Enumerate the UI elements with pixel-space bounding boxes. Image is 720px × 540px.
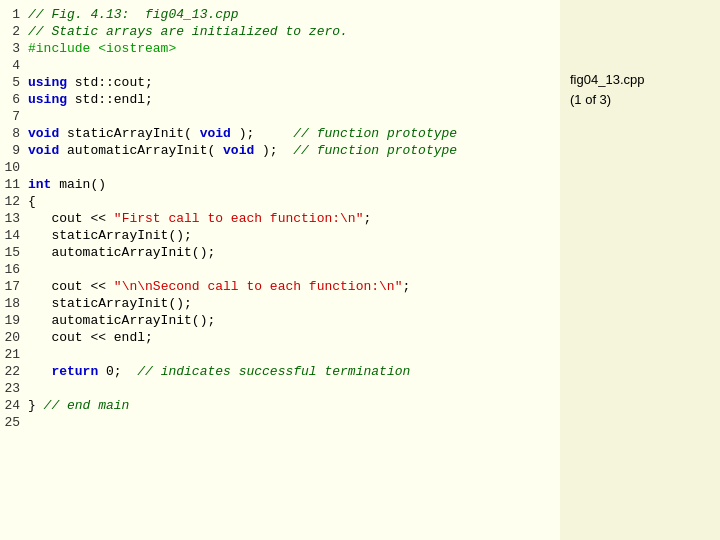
code-line: 7 <box>0 108 560 125</box>
line-number: 10 <box>0 159 28 176</box>
code-line: 12{ <box>0 193 560 210</box>
line-content: cout << endl; <box>28 329 560 346</box>
sidebar: fig04_13.cpp (1 of 3) <box>560 0 720 540</box>
code-line: 21 <box>0 346 560 363</box>
code-line: 18 staticArrayInit(); <box>0 295 560 312</box>
line-number: 13 <box>0 210 28 227</box>
line-number: 5 <box>0 74 28 91</box>
line-number: 21 <box>0 346 28 363</box>
code-line: 4 <box>0 57 560 74</box>
line-content: automaticArrayInit(); <box>28 312 560 329</box>
line-number: 20 <box>0 329 28 346</box>
line-number: 7 <box>0 108 28 125</box>
line-content: // Fig. 4.13: fig04_13.cpp <box>28 6 560 23</box>
line-content: void staticArrayInit( void ); // functio… <box>28 125 560 142</box>
code-line: 20 cout << endl; <box>0 329 560 346</box>
line-number: 24 <box>0 397 28 414</box>
code-line: 14 staticArrayInit(); <box>0 227 560 244</box>
line-number: 8 <box>0 125 28 142</box>
code-line: 2// Static arrays are initialized to zer… <box>0 23 560 40</box>
line-number: 25 <box>0 414 28 431</box>
code-line: 15 automaticArrayInit(); <box>0 244 560 261</box>
line-number: 6 <box>0 91 28 108</box>
line-content: { <box>28 193 560 210</box>
line-content: using std::endl; <box>28 91 560 108</box>
code-line: 3#include <iostream> <box>0 40 560 57</box>
code-line: 5using std::cout; <box>0 74 560 91</box>
sidebar-pagination: (1 of 3) <box>570 92 611 107</box>
line-content: automaticArrayInit(); <box>28 244 560 261</box>
line-number: 16 <box>0 261 28 278</box>
line-number: 2 <box>0 23 28 40</box>
line-content: staticArrayInit(); <box>28 227 560 244</box>
line-number: 9 <box>0 142 28 159</box>
line-number: 18 <box>0 295 28 312</box>
code-panel: 1// Fig. 4.13: fig04_13.cpp2// Static ar… <box>0 0 560 540</box>
code-line: 1// Fig. 4.13: fig04_13.cpp <box>0 6 560 23</box>
line-content: staticArrayInit(); <box>28 295 560 312</box>
code-line: 10 <box>0 159 560 176</box>
code-line: 9void automaticArrayInit( void ); // fun… <box>0 142 560 159</box>
line-content: int main() <box>28 176 560 193</box>
code-line: 6using std::endl; <box>0 91 560 108</box>
line-number: 14 <box>0 227 28 244</box>
code-line: 16 <box>0 261 560 278</box>
line-content: cout << "\n\nSecond call to each functio… <box>28 278 560 295</box>
code-line: 24} // end main <box>0 397 560 414</box>
line-content: cout << "First call to each function:\n"… <box>28 210 560 227</box>
line-content: return 0; // indicates successful termin… <box>28 363 560 380</box>
code-line: 25 <box>0 414 560 431</box>
code-line: 8void staticArrayInit( void ); // functi… <box>0 125 560 142</box>
line-number: 1 <box>0 6 28 23</box>
line-number: 4 <box>0 57 28 74</box>
line-content: // Static arrays are initialized to zero… <box>28 23 560 40</box>
code-line: 23 <box>0 380 560 397</box>
code-line: 11int main() <box>0 176 560 193</box>
line-content: using std::cout; <box>28 74 560 91</box>
code-line: 19 automaticArrayInit(); <box>0 312 560 329</box>
code-line: 17 cout << "\n\nSecond call to each func… <box>0 278 560 295</box>
sidebar-label: fig04_13.cpp (1 of 3) <box>570 70 644 109</box>
sidebar-filename: fig04_13.cpp <box>570 72 644 87</box>
line-content: } // end main <box>28 397 560 414</box>
line-number: 19 <box>0 312 28 329</box>
line-number: 12 <box>0 193 28 210</box>
line-number: 23 <box>0 380 28 397</box>
line-number: 3 <box>0 40 28 57</box>
line-content: #include <iostream> <box>28 40 560 57</box>
line-number: 17 <box>0 278 28 295</box>
line-number: 22 <box>0 363 28 380</box>
code-line: 13 cout << "First call to each function:… <box>0 210 560 227</box>
line-number: 11 <box>0 176 28 193</box>
code-line: 22 return 0; // indicates successful ter… <box>0 363 560 380</box>
line-number: 15 <box>0 244 28 261</box>
line-content: void automaticArrayInit( void ); // func… <box>28 142 560 159</box>
